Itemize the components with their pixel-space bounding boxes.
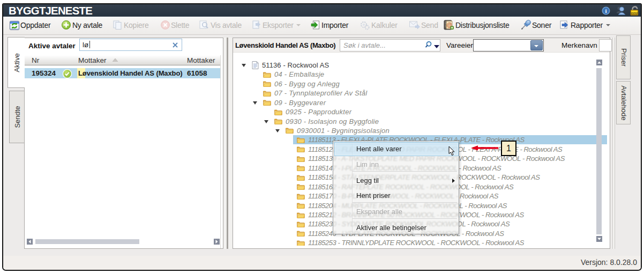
svg-text:i: i [605, 8, 606, 14]
